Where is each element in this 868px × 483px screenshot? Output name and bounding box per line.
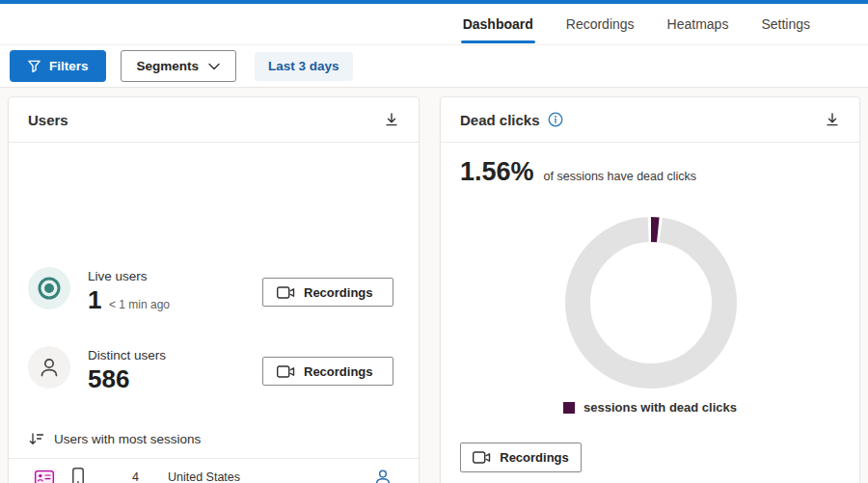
filters-button[interactable]: Filters [10, 50, 106, 82]
filter-icon [27, 59, 41, 73]
donut-legend: sessions with dead clicks [441, 400, 859, 415]
session-country: United States [168, 470, 240, 483]
session-count: 4 [132, 470, 139, 483]
person-icon [28, 346, 70, 389]
mobile-device-icon [72, 468, 84, 483]
dead-clicks-recordings-label: Recordings [500, 450, 569, 465]
dead-clicks-percent: 1.56% [460, 157, 534, 187]
chevron-down-icon [208, 63, 220, 70]
distinct-users-value: 586 [88, 364, 129, 394]
download-icon[interactable] [384, 112, 399, 127]
dead-clicks-card-title: Dead clicks [460, 112, 540, 128]
dead-clicks-caption: of sessions have dead clicks [544, 170, 696, 183]
dead-clicks-card-header: Dead clicks [441, 97, 859, 143]
live-pulse-icon [28, 267, 70, 309]
live-recordings-label: Recordings [304, 285, 373, 300]
person-icon[interactable] [374, 469, 392, 483]
tab-recordings[interactable]: Recordings [564, 4, 637, 44]
video-camera-icon [277, 286, 295, 299]
sessions-rows: 4 United States 4 United States [9, 458, 419, 483]
dead-clicks-card: Dead clicks 1.56% of sessions have dead … [440, 96, 860, 483]
dead-clicks-recordings-button[interactable]: Recordings [460, 443, 582, 472]
tab-heatmaps[interactable]: Heatmaps [665, 4, 731, 44]
active-tab-underline [461, 40, 535, 43]
legend-swatch [563, 402, 575, 414]
session-row[interactable]: 4 United States [9, 459, 419, 483]
filters-toolbar: Filters Segments Last 3 days [0, 45, 868, 88]
clarity-dashboard: Dashboard Recordings Heatmaps Settings F… [0, 0, 868, 483]
download-icon[interactable] [825, 112, 840, 127]
nav-tabs: Dashboard Recordings Heatmaps Settings [461, 4, 812, 44]
segments-label: Segments [137, 59, 200, 73]
legend-label: sessions with dead clicks [583, 400, 737, 415]
top-navigation: Dashboard Recordings Heatmaps Settings [0, 4, 868, 45]
live-users-row: Live users 1 < 1 min ago Recordings [9, 267, 419, 325]
distinct-users-label: Distinct users [88, 348, 166, 362]
video-camera-icon [277, 365, 295, 378]
users-card-title: Users [28, 112, 68, 128]
tab-settings-label: Settings [761, 16, 810, 32]
date-range-chip[interactable]: Last 3 days [255, 52, 353, 81]
users-card-header: Users [9, 97, 419, 143]
tab-heatmaps-label: Heatmaps [667, 16, 729, 32]
distinct-recordings-label: Recordings [304, 364, 373, 379]
tab-settings[interactable]: Settings [759, 4, 812, 44]
date-range-label: Last 3 days [268, 59, 339, 73]
tab-recordings-label: Recordings [566, 16, 635, 32]
segments-dropdown[interactable]: Segments [121, 50, 237, 82]
filters-button-label: Filters [49, 59, 89, 73]
live-users-label: Live users [88, 269, 148, 283]
info-icon[interactable] [548, 112, 563, 127]
live-users-value: 1 [88, 285, 101, 315]
dead-clicks-stat: 1.56% of sessions have dead clicks [460, 157, 696, 187]
id-card-icon [33, 469, 56, 483]
users-card: Users Live users 1 < 1 min ago Recording… [8, 96, 420, 483]
video-camera-icon [473, 451, 491, 464]
tab-dashboard-label: Dashboard [463, 16, 533, 32]
live-users-ago: < 1 min ago [109, 298, 170, 311]
distinct-users-row: Distinct users 586 Recordings [9, 346, 419, 404]
dead-clicks-donut-chart [559, 211, 743, 394]
sort-sessions-icon [28, 432, 44, 446]
most-sessions-title: Users with most sessions [54, 432, 201, 446]
tab-dashboard[interactable]: Dashboard [461, 4, 535, 44]
live-recordings-button[interactable]: Recordings [262, 278, 393, 307]
most-sessions-header: Users with most sessions [28, 432, 201, 446]
distinct-recordings-button[interactable]: Recordings [262, 357, 393, 386]
